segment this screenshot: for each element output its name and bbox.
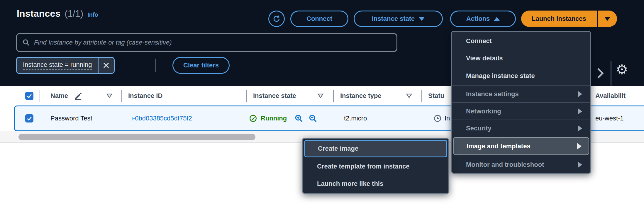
submenu-item-launch-more-like-this[interactable]: Launch more like this — [304, 176, 447, 192]
menu-item-label: Image and templates — [467, 142, 531, 150]
menu-item-security[interactable]: Security — [453, 120, 589, 137]
chevron-up-icon — [494, 17, 500, 21]
filter-area-divider — [155, 59, 156, 72]
filter-token-label-wrap: Instance state = running — [17, 58, 98, 73]
clear-filters-label: Clear filters — [183, 62, 219, 69]
instance-state-value: Running — [261, 115, 287, 122]
clear-filters-button[interactable]: Clear filters — [172, 57, 230, 74]
menu-item-label: Create image — [318, 145, 358, 152]
menu-item-networking[interactable]: Networking — [453, 103, 589, 120]
column-header-status[interactable]: Statu — [428, 86, 444, 106]
submenu-arrow-icon — [578, 125, 582, 132]
connect-button[interactable]: Connect — [290, 11, 348, 27]
edit-pencil-icon[interactable] — [74, 91, 83, 101]
pagination-next-button[interactable] — [595, 67, 605, 81]
image-templates-submenu: Create image Create template from instan… — [302, 138, 449, 194]
launch-instances-button[interactable]: Launch instances — [521, 11, 597, 27]
submenu-arrow-icon — [578, 91, 582, 97]
column-header-name[interactable]: Name — [50, 86, 68, 106]
info-link[interactable]: Info — [87, 11, 98, 18]
menu-item-monitor-and-troubleshoot[interactable]: Monitor and troubleshoot — [453, 156, 589, 173]
gear-icon[interactable]: ⚙ — [616, 63, 628, 76]
menu-item-instance-settings[interactable]: Instance settings — [453, 86, 589, 102]
column-header-instance-type-label: Instance type — [340, 92, 382, 100]
menu-item-label: Launch more like this — [317, 180, 383, 188]
menu-item-connect[interactable]: Connect — [453, 33, 589, 49]
menu-item-label: View details — [466, 55, 503, 62]
sort-icon[interactable] — [406, 93, 412, 100]
actions-button[interactable]: Actions — [450, 11, 516, 27]
sort-icon[interactable] — [317, 93, 324, 100]
actions-button-label: Actions — [466, 15, 490, 23]
menu-item-manage-instance-state[interactable]: Manage instance state — [453, 67, 589, 84]
menu-item-label: Create template from instance — [317, 163, 409, 170]
cell-availability-zone: eu-west-1 — [595, 106, 624, 130]
connect-button-label: Connect — [306, 15, 332, 23]
actions-dropdown-menu: Connect View details Manage instance sta… — [451, 31, 591, 174]
instance-state-button-label: Instance state — [372, 15, 415, 23]
column-header-availability-zone[interactable]: Availabilit — [595, 86, 626, 106]
column-header-instance-type[interactable]: Instance type — [340, 86, 382, 106]
launch-instances-dropdown-button[interactable] — [598, 11, 617, 27]
chevron-down-icon — [604, 17, 610, 21]
clock-icon — [433, 114, 442, 122]
cell-status: In — [433, 106, 450, 130]
zoom-out-icon[interactable] — [309, 114, 317, 123]
horizontal-scrollbar-thumb[interactable] — [18, 134, 255, 140]
instance-count: (1/1) — [65, 8, 83, 19]
search-icon — [22, 39, 30, 46]
submenu-arrow-icon — [578, 108, 582, 115]
ec2-instances-screen: Instances (1/1) Info Connect Instance st… — [0, 0, 644, 211]
instance-state-button[interactable]: Instance state — [354, 11, 443, 27]
column-divider[interactable] — [246, 90, 247, 102]
menu-item-label: Networking — [466, 108, 501, 115]
status-value: In — [445, 115, 450, 122]
sort-icon[interactable] — [106, 93, 113, 100]
column-header-status-label: Statu — [428, 92, 444, 100]
instance-search[interactable] — [16, 33, 397, 52]
cell-instance-state: Running — [249, 106, 317, 130]
launch-instances-label: Launch instances — [532, 15, 586, 23]
menu-item-image-and-templates[interactable]: Image and templates — [453, 137, 589, 155]
row-checkbox[interactable] — [25, 114, 33, 122]
column-divider[interactable] — [39, 90, 40, 102]
select-all-checkbox[interactable] — [25, 92, 33, 100]
filter-token-label: Instance state = running — [23, 61, 92, 70]
pagination-divider — [611, 61, 611, 86]
search-input[interactable] — [34, 39, 391, 46]
menu-item-label: Security — [466, 125, 492, 132]
close-icon — [103, 62, 110, 69]
cell-name: Password Test — [50, 106, 92, 130]
instance-type-value: t2.micro — [344, 115, 367, 122]
submenu-item-create-template-from-instance[interactable]: Create template from instance — [304, 158, 447, 175]
menu-item-label: Connect — [466, 37, 492, 45]
instance-id-link[interactable]: i-0bd03385cd5df75f2 — [131, 115, 192, 122]
column-divider[interactable] — [421, 90, 422, 102]
menu-item-view-details[interactable]: View details — [453, 50, 589, 67]
availability-zone-value: eu-west-1 — [595, 115, 624, 122]
instance-name: Password Test — [50, 115, 92, 122]
zoom-in-icon[interactable] — [294, 114, 303, 123]
refresh-button[interactable] — [268, 11, 285, 27]
column-divider[interactable] — [121, 90, 122, 102]
submenu-arrow-icon — [577, 143, 582, 149]
cell-instance-id: i-0bd03385cd5df75f2 — [131, 106, 192, 130]
launch-instances-split-button: Launch instances — [521, 11, 617, 27]
column-header-instance-id-label: Instance ID — [128, 92, 162, 100]
column-header-instance-state[interactable]: Instance state — [253, 86, 296, 106]
menu-item-label: Monitor and troubleshoot — [466, 161, 544, 169]
column-divider[interactable] — [333, 90, 334, 102]
column-header-instance-id[interactable]: Instance ID — [128, 86, 162, 106]
column-header-name-label: Name — [50, 92, 68, 100]
page-title-row: Instances (1/1) Info — [17, 8, 98, 19]
filter-token[interactable]: Instance state = running — [16, 57, 115, 74]
submenu-item-create-image[interactable]: Create image — [304, 140, 447, 157]
submenu-arrow-icon — [578, 161, 582, 168]
column-header-availability-label: Availabilit — [595, 92, 626, 100]
column-header-instance-state-label: Instance state — [253, 92, 296, 100]
refresh-icon — [272, 15, 281, 23]
cell-instance-type: t2.micro — [344, 106, 367, 130]
menu-item-label: Manage instance state — [466, 72, 535, 80]
page-title: Instances — [17, 8, 60, 19]
filter-token-close-button[interactable] — [99, 58, 114, 73]
